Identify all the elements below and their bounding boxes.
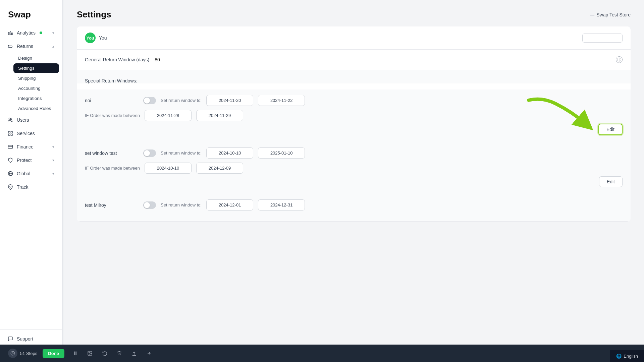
swt-date-from: 2024-10-10 [206, 147, 253, 159]
pause-button[interactable] [70, 348, 80, 359]
swt-order-from: 2024-10-10 [145, 163, 192, 174]
language-badge[interactable]: 🌐 English [610, 350, 644, 362]
users-icon [7, 117, 13, 123]
swt-date-to: 2025-01-10 [258, 147, 305, 159]
refresh-button[interactable] [99, 348, 110, 359]
main-content: Settings — Swap Test Store You You Gener… [63, 0, 644, 362]
return-entry-set-window-test: set window test Set return window to: 20… [77, 142, 631, 194]
sidebar-item-returns[interactable]: Returns ▴ [3, 40, 59, 53]
sidebar-sub-shipping[interactable]: Shipping [13, 73, 59, 83]
sidebar-sub-integrations[interactable]: Integrations [13, 94, 59, 103]
general-return-value: 80 [155, 57, 160, 62]
return-entry-noi-row2: IF Order was made between 2024-11-28 202… [85, 110, 623, 121]
top-bar-name: You [99, 35, 107, 41]
grid-icon [7, 130, 13, 136]
edit-button-noi[interactable]: Edit [598, 124, 623, 135]
toolbar-actions [70, 348, 154, 359]
top-bar-right [582, 34, 623, 43]
delete-button[interactable] [114, 348, 125, 359]
noi-order-to: 2024-11-29 [196, 110, 243, 121]
special-return-section: Special Return Windows: [77, 70, 631, 83]
sidebar-sub-settings[interactable]: Settings [13, 63, 59, 73]
set-return-label-swt: Set return window to: [161, 150, 202, 156]
finance-label: Finance [17, 144, 34, 149]
swt-actions-row: Edit [85, 176, 623, 187]
track-icon [7, 184, 13, 190]
general-return-row: General Return Window (days) 80 ⓘ [77, 50, 631, 70]
sidebar-item-protect[interactable]: Protect ▾ [3, 154, 59, 167]
svg-rect-0 [8, 32, 9, 35]
protect-chevron: ▾ [52, 158, 54, 163]
globe-icon-lang: 🌐 [616, 354, 622, 359]
finance-chevron: ▾ [52, 145, 54, 149]
sidebar-item-finance[interactable]: Finance ▾ [3, 140, 59, 153]
analytics-chevron: ▾ [52, 31, 54, 35]
svg-point-12 [10, 186, 11, 187]
entry-swt-name: set window test [85, 150, 139, 156]
svg-rect-6 [8, 134, 10, 135]
chart-icon [7, 30, 13, 36]
toggle-tm[interactable] [143, 201, 156, 209]
return-entry-test-milroy: test Milroy Set return window to: 2024-1… [77, 194, 631, 222]
protect-label: Protect [17, 158, 32, 163]
sidebar-sub-advanced-rules[interactable]: Advanced Rules [13, 104, 59, 113]
return-entry-noi-row1: noi Set return window to: 2024-11-20 202… [85, 95, 623, 106]
forward-button[interactable] [144, 348, 154, 359]
sidebar-item-support[interactable]: Support [3, 333, 59, 345]
finance-icon [7, 144, 13, 150]
toggle-tm-knob [144, 202, 150, 208]
store-name: Swap Test Store [596, 12, 631, 17]
sidebar-item-track[interactable]: Track [3, 181, 59, 193]
sidebar-item-services[interactable]: Services [3, 127, 59, 140]
language-label: English [624, 354, 638, 359]
store-dash: — [590, 12, 594, 17]
svg-rect-4 [8, 131, 10, 133]
noi-order-from: 2024-11-28 [145, 110, 192, 121]
sidebar-item-users[interactable]: Users [3, 114, 59, 126]
toggle-swt-knob [144, 150, 150, 156]
sidebar-item-global[interactable]: Global ▾ [3, 167, 59, 180]
top-bar-input[interactable] [582, 34, 623, 43]
entry-noi-name: noi [85, 98, 139, 103]
app-logo: Swap [0, 0, 62, 26]
swt-order-to: 2024-12-09 [196, 163, 243, 174]
if-order-label-swt: IF Order was made between [85, 166, 140, 171]
global-label: Global [17, 171, 30, 176]
done-button[interactable]: Done [63, 349, 64, 358]
if-order-label-noi: IF Order was made between [85, 113, 140, 118]
svg-rect-2 [11, 33, 12, 35]
noi-date-from: 2024-11-20 [206, 95, 253, 106]
sidebar-sub-design[interactable]: Design [13, 53, 59, 63]
toggle-noi[interactable] [143, 97, 156, 104]
image-button[interactable] [85, 348, 95, 359]
general-return-label: General Return Window (days) [85, 57, 149, 62]
analytics-label: Analytics [17, 30, 36, 36]
noi-date-to: 2024-11-22 [258, 95, 305, 106]
svg-rect-8 [8, 145, 12, 148]
sidebar-item-analytics[interactable]: Analytics ▾ [3, 26, 59, 39]
analytics-badge [40, 32, 42, 34]
returns-label: Returns [17, 44, 33, 49]
return-icon [7, 43, 13, 49]
services-label: Services [17, 131, 35, 136]
page-title: Settings [77, 9, 111, 20]
store-label: — Swap Test Store [590, 12, 631, 17]
shield-icon [7, 157, 13, 163]
top-bar-row: You You [77, 26, 631, 50]
settings-card: You You General Return Window (days) 80 … [77, 26, 631, 222]
edit-button-swt[interactable]: Edit [599, 176, 623, 187]
svg-point-3 [9, 118, 10, 120]
users-label: Users [17, 117, 29, 123]
support-label: Support [17, 336, 33, 342]
special-section-label: Special Return Windows: [85, 78, 623, 83]
upload-button[interactable] [129, 348, 140, 359]
support-icon [7, 336, 13, 342]
toggle-swt[interactable] [143, 149, 156, 157]
topbar: Settings — Swap Test Store [63, 0, 644, 20]
sidebar-sub-accounting[interactable]: Accounting [13, 83, 59, 93]
tm-date-from: 2024-12-01 [206, 199, 253, 210]
info-icon[interactable]: ⓘ [616, 56, 623, 63]
sidebar: Swap Analytics ▾ Returns ▴ Design Settin… [0, 0, 62, 362]
return-entry-swt-row2: IF Order was made between 2024-10-10 202… [85, 163, 623, 174]
entry-tm-name: test Milroy [85, 202, 139, 208]
